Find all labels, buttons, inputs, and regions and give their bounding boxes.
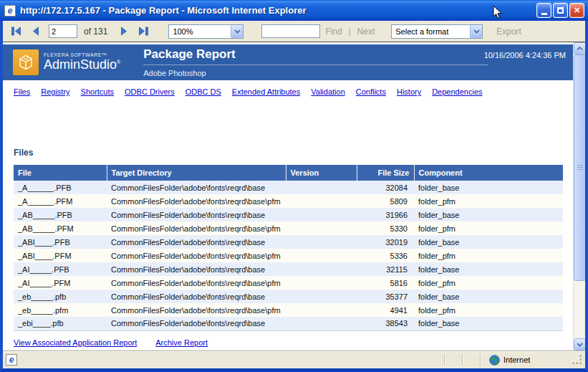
table-cell: CommonFilesFolder\adobe\fonts\reqrd\base — [107, 181, 286, 194]
table-row: _A______.PFBCommonFilesFolder\adobe\font… — [14, 181, 563, 194]
zoom-select[interactable]: 100% — [168, 24, 244, 39]
table-cell: folder_base — [414, 235, 563, 249]
nav-link-odbc-drivers[interactable]: ODBC Drivers — [125, 87, 175, 97]
status-zone-label: Internet — [503, 356, 530, 364]
table-cell: folder_base — [414, 290, 563, 303]
next-page-button[interactable] — [117, 24, 131, 39]
table-cell — [286, 208, 357, 221]
table-cell — [286, 221, 357, 235]
export-button[interactable]: Export — [496, 27, 521, 37]
table-cell: 35377 — [357, 290, 414, 303]
title-bar: e http://172.17.5.167 - Package Report -… — [0, 0, 588, 21]
report-page: FLEXERA SOFTWARE™ AdminStudio® Package R… — [3, 42, 585, 350]
last-page-button[interactable] — [136, 24, 150, 39]
table-cell — [286, 262, 357, 276]
table-cell: 5816 — [357, 276, 414, 290]
nav-link-odbc-ds[interactable]: ODBC DS — [185, 87, 221, 97]
table-cell: folder_base — [414, 317, 563, 330]
nav-link-shortcuts[interactable]: Shortcuts — [81, 87, 114, 97]
table-cell: _AB_____.PFB — [14, 208, 107, 221]
table-cell: _AB_____.PFM — [14, 221, 107, 235]
window-title: http://172.17.5.167 - Package Report - M… — [20, 5, 536, 16]
report-nav: FilesRegistryShortcutsODBC DriversODBC D… — [14, 87, 573, 97]
table-cell: 5336 — [357, 249, 414, 262]
chevron-up-icon — [577, 47, 583, 51]
export-format-select[interactable]: Select a format — [391, 24, 483, 39]
nav-link-validation[interactable]: Validation — [311, 87, 345, 97]
scroll-down-button[interactable] — [574, 338, 585, 350]
maximize-button[interactable] — [553, 3, 568, 18]
table-row: _AI_____.PFMCommonFilesFolder\adobe\font… — [14, 276, 563, 290]
table-cell: _eb_____.pfm — [14, 303, 107, 317]
table-cell — [286, 276, 357, 290]
table-cell — [286, 303, 357, 317]
table-row: _AB_____.PFMCommonFilesFolder\adobe\font… — [14, 221, 563, 235]
table-cell: CommonFilesFolder\adobe\fonts\reqrd\base… — [107, 221, 286, 235]
status-separator — [444, 354, 445, 366]
nav-link-history[interactable]: History — [397, 87, 421, 97]
column-header-component: Component — [414, 165, 563, 181]
footer-link-archive-report[interactable]: Archive Report — [155, 338, 208, 349]
scrollbar-thumb[interactable] — [574, 54, 585, 281]
chevron-down-icon — [231, 25, 243, 38]
nav-link-registry[interactable]: Registry — [41, 87, 69, 97]
minimize-button[interactable] — [536, 3, 551, 18]
find-button[interactable]: Find — [325, 27, 342, 37]
nav-link-files[interactable]: Files — [14, 87, 30, 97]
table-cell: CommonFilesFolder\adobe\fonts\reqrd\base… — [107, 249, 286, 262]
cube-icon — [13, 49, 39, 75]
table-cell: _eb_____.pfb — [14, 290, 107, 303]
status-separator — [480, 354, 481, 366]
table-cell: folder_base — [414, 208, 563, 221]
table-row: _eb_____.pfbCommonFilesFolder\adobe\font… — [14, 290, 563, 303]
nav-link-dependencies[interactable]: Dependencies — [432, 87, 482, 97]
table-cell: 31966 — [357, 208, 414, 221]
export-format-value: Select a format — [392, 27, 470, 36]
previous-page-button[interactable] — [28, 24, 42, 39]
status-bar: e Internet — [3, 350, 585, 368]
table-row: _ABI____.PFBCommonFilesFolder\adobe\font… — [14, 235, 563, 249]
table-cell: _A______.PFM — [14, 194, 107, 208]
report-timestamp: 10/16/2006 4:24:36 PM — [484, 51, 566, 59]
table-cell: CommonFilesFolder\adobe\fonts\reqrd\base — [107, 235, 286, 249]
table-cell: _ABI____.PFM — [14, 249, 107, 262]
table-cell: CommonFilesFolder\adobe\fonts\reqrd\base… — [107, 303, 286, 317]
page-number-input[interactable] — [49, 24, 77, 38]
table-cell: folder_pfm — [414, 276, 563, 290]
table-cell: 4941 — [357, 303, 414, 317]
table-row: _AB_____.PFBCommonFilesFolder\adobe\font… — [14, 208, 563, 221]
table-cell: CommonFilesFolder\adobe\fonts\reqrd\base — [107, 290, 286, 303]
adminstudio-logo: FLEXERA SOFTWARE™ AdminStudio® — [13, 49, 120, 75]
column-header-file-size: File Size — [357, 165, 414, 181]
table-cell — [286, 181, 357, 194]
close-button[interactable]: ✕ — [569, 3, 584, 18]
files-table: File Target Directory Version File Size … — [14, 165, 563, 331]
table-cell: 5809 — [357, 194, 414, 208]
table-cell: 32084 — [357, 181, 414, 194]
status-separator — [462, 354, 463, 366]
table-cell: folder_base — [414, 181, 563, 194]
next-page-icon — [120, 27, 128, 36]
table-cell: folder_pfm — [414, 194, 563, 208]
brand-adminstudio: AdminStudio® — [44, 58, 120, 72]
resize-grip[interactable] — [572, 355, 582, 365]
scroll-up-button[interactable] — [574, 42, 585, 54]
package-name: Adobe Photoshop — [143, 65, 488, 77]
first-page-button[interactable] — [9, 24, 23, 39]
table-cell — [286, 194, 357, 208]
nav-link-extended-attributes[interactable]: Extended Attributes — [232, 87, 300, 97]
previous-page-icon — [32, 27, 39, 36]
column-header-version: Version — [286, 165, 357, 181]
next-button[interactable]: Next — [357, 27, 375, 37]
table-row: _ABI____.PFMCommonFilesFolder\adobe\font… — [14, 249, 563, 262]
table-cell: CommonFilesFolder\adobe\fonts\reqrd\base — [107, 262, 286, 276]
status-main-pane: e — [6, 354, 435, 366]
files-table-header-row: File Target Directory Version File Size … — [14, 165, 563, 181]
report-toolbar: of 131 100% Find | Next — [3, 21, 585, 42]
table-cell: _AI_____.PFM — [14, 276, 107, 290]
footer-link-view-associated-application-report[interactable]: View Associated Application Report — [14, 338, 137, 349]
table-cell: 32115 — [357, 262, 414, 276]
find-input[interactable] — [261, 24, 320, 38]
vertical-scrollbar[interactable] — [573, 42, 585, 350]
nav-link-conflicts[interactable]: Conflicts — [356, 87, 386, 97]
